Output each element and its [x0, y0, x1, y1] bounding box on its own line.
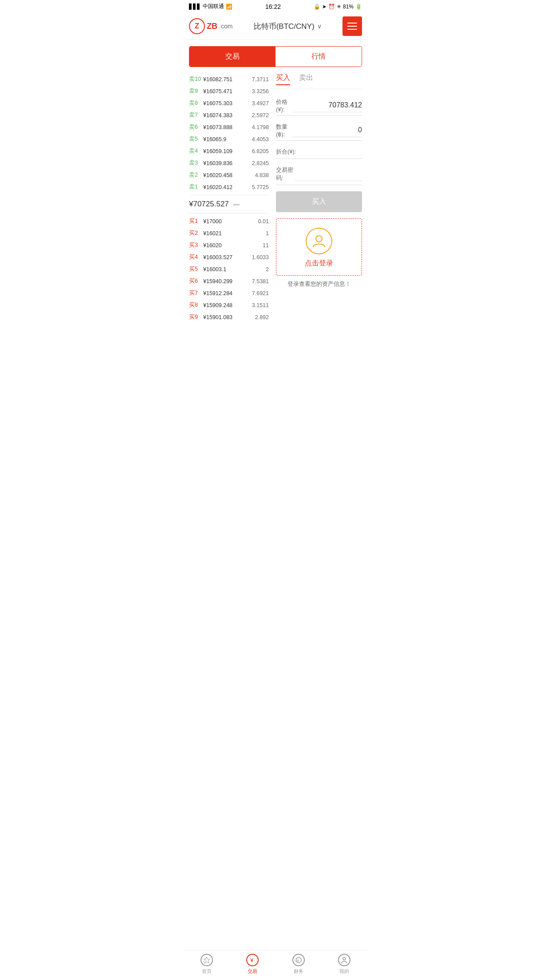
buy-label: 买3	[189, 241, 201, 249]
buy-price: ¥15901.083	[201, 314, 255, 320]
sell-price: ¥16075.471	[201, 88, 252, 95]
buy-price: ¥15940.299	[201, 278, 252, 285]
buy-label: 买6	[189, 277, 201, 285]
market-pair-label: 比特币(BTC/CNY)	[254, 21, 315, 32]
signal-icon: ▋▋▋	[189, 4, 201, 10]
buy-price: ¥15909.248	[201, 302, 252, 308]
buy-amount: 3.1511	[252, 302, 269, 308]
sell-label: 卖3	[189, 159, 201, 167]
menu-line-2	[347, 26, 357, 27]
sell-amount: 4.838	[255, 172, 269, 178]
sell-price: ¥16020.412	[201, 184, 252, 190]
buy-sell-tab-bar: 买入 卖出	[276, 73, 362, 89]
sell-amount: 5.7725	[252, 184, 269, 190]
tab-market[interactable]: 行情	[276, 47, 362, 67]
buy-price: ¥17000	[201, 218, 258, 225]
sell-price: ¥16082.751	[201, 76, 252, 83]
sell-label: 卖5	[189, 135, 201, 143]
buy-orders: 买1 ¥17000 0.01 买2 ¥16021 1 买3 ¥16020 11 …	[189, 215, 269, 323]
price-label: 价格(¥):	[276, 98, 292, 113]
alarm-icon: ⏰	[328, 4, 335, 10]
table-row: 买8 ¥15909.248 3.1511	[189, 299, 269, 311]
total-field-row: 折合(¥):	[276, 145, 362, 159]
buy-button[interactable]: 买入	[276, 191, 362, 212]
trend-icon: —	[233, 201, 240, 208]
tab-sell[interactable]: 卖出	[299, 73, 313, 85]
logo-circle: Z	[189, 18, 205, 34]
buy-label: 买1	[189, 217, 201, 225]
sell-amount: 4.1798	[252, 124, 269, 130]
main-content: 卖10 ¥16082.751 7.3711 卖9 ¥16075.471 3.32…	[184, 73, 367, 323]
sell-amount: 3.3256	[252, 88, 269, 95]
tab-trade[interactable]: 交易	[189, 47, 276, 67]
location-icon: ➤	[322, 4, 327, 10]
sell-label: 卖9	[189, 87, 201, 95]
sell-label: 卖7	[189, 111, 201, 119]
sell-price: ¥16065.9	[201, 136, 252, 142]
table-row: 卖5 ¥16065.9 4.4053	[189, 133, 269, 145]
table-row: 买2 ¥16021 1	[189, 227, 269, 239]
table-row: 卖4 ¥16059.109 6.8205	[189, 145, 269, 157]
logo-domain: .com	[219, 23, 232, 30]
buy-amount: 1	[266, 230, 269, 237]
table-row: 买1 ¥17000 0.01	[189, 215, 269, 227]
sell-price: ¥16039.836	[201, 160, 252, 166]
sell-amount: 4.4053	[252, 136, 269, 142]
buy-amount: 2	[266, 266, 269, 273]
table-row: 卖2 ¥16020.458 4.838	[189, 169, 269, 181]
quantity-field-row: 数量(฿):	[276, 120, 362, 141]
buy-label: 买2	[189, 229, 201, 237]
buy-label: 买8	[189, 301, 201, 309]
table-row: 买4 ¥16003.527 1.6033	[189, 251, 269, 263]
buy-price: ¥16003.527	[201, 254, 252, 261]
table-row: 卖7 ¥16074.383 2.5972	[189, 109, 269, 121]
status-left: ▋▋▋ 中国联通 📶	[189, 3, 232, 10]
user-avatar-svg	[311, 233, 327, 249]
bluetooth-icon: ✳	[337, 4, 341, 10]
click-to-login-label[interactable]: 点击登录	[305, 259, 333, 268]
buy-price: ¥16003.1	[201, 266, 266, 273]
login-avatar-icon	[306, 228, 332, 254]
status-right: 🔒 ➤ ⏰ ✳ 81% 🔋	[314, 4, 362, 10]
order-book: 卖10 ¥16082.751 7.3711 卖9 ¥16075.471 3.32…	[184, 73, 272, 323]
battery-icon: 🔋	[355, 4, 362, 10]
app-header: Z ZB .com 比特币(BTC/CNY) ∨	[184, 13, 367, 40]
table-row: 买7 ¥15912.284 7.6921	[189, 287, 269, 299]
buy-price: ¥16020	[201, 242, 263, 249]
table-row: 卖10 ¥16082.751 7.3711	[189, 73, 269, 85]
sell-label: 卖8	[189, 99, 201, 107]
buy-amount: 7.5381	[252, 278, 269, 285]
password-field-row: 交易密码:	[276, 163, 362, 185]
mid-price-value: ¥70725.527	[189, 200, 229, 209]
sell-label: 卖1	[189, 183, 201, 191]
app-logo: Z ZB .com	[189, 18, 232, 34]
sell-orders: 卖10 ¥16082.751 7.3711 卖9 ¥16075.471 3.32…	[189, 73, 269, 193]
sell-amount: 2.5972	[252, 112, 269, 119]
buy-amount: 0.01	[258, 218, 269, 225]
menu-line-3	[347, 29, 357, 30]
quantity-input[interactable]	[292, 123, 362, 137]
login-prompt[interactable]: 点击登录	[276, 218, 362, 276]
sell-price: ¥16020.458	[201, 172, 255, 178]
carrier-name: 中国联通	[203, 3, 224, 10]
buy-label: 买4	[189, 253, 201, 261]
total-label: 折合(¥):	[276, 148, 296, 156]
battery-pct: 81%	[343, 4, 354, 10]
password-input[interactable]	[295, 167, 362, 181]
sell-amount: 6.8205	[252, 148, 269, 154]
sell-amount: 2.8245	[252, 160, 269, 166]
header-title[interactable]: 比特币(BTC/CNY) ∨	[254, 21, 322, 32]
table-row: 卖8 ¥16075.303 3.4927	[189, 97, 269, 109]
tab-buy[interactable]: 买入	[276, 73, 290, 85]
price-input[interactable]	[292, 99, 362, 112]
menu-button[interactable]	[342, 16, 362, 36]
sell-amount: 7.3711	[252, 76, 269, 83]
sell-label: 卖6	[189, 123, 201, 131]
table-row: 卖6 ¥16073.888 4.1798	[189, 121, 269, 133]
price-field-row: 价格(¥):	[276, 95, 362, 116]
table-row: 买6 ¥15940.299 7.5381	[189, 275, 269, 287]
status-time: 16:22	[265, 3, 281, 10]
sell-price: ¥16075.303	[201, 100, 252, 107]
lock-icon: 🔒	[314, 4, 320, 10]
buy-label: 买9	[189, 313, 201, 321]
